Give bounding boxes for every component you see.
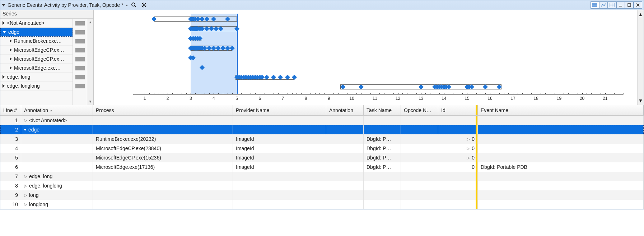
chevron-right-icon[interactable]: ▷ [467,156,470,160]
chart-area[interactable]: 123456789101112131415161718192021 ▲ ▼ [94,10,644,105]
table-cell [478,153,644,162]
table-row[interactable]: 7▷edge, long [0,172,644,181]
chevron-right-icon[interactable]: ▷ [24,184,27,188]
chevron-down-icon[interactable]: ▾ [24,128,26,132]
view-table-button[interactable] [608,1,616,9]
chevron-right-icon[interactable] [3,75,5,79]
series-swatch[interactable] [73,82,87,91]
series-swatch[interactable] [73,55,87,64]
view-both-button[interactable] [591,1,599,9]
search-icon [131,2,137,8]
column-process[interactable]: Process [93,105,233,115]
axis-tick-label: 3 [190,96,192,101]
table-row[interactable]: 9▷long [0,190,644,200]
series-swatch[interactable] [73,37,87,46]
table-cell: MicrosoftEdgeCP.exe (23840) [93,144,233,153]
table-cell: ImageId [233,162,326,172]
table-cell [21,153,93,162]
chevron-down-icon[interactable] [3,31,6,33]
search-button[interactable] [130,1,138,9]
chevron-right-icon[interactable]: ▷ [24,174,27,179]
chevron-right-icon[interactable] [3,84,5,88]
column-opcode[interactable]: Opcode N… [401,105,438,115]
series-item[interactable]: edge, long [0,73,73,82]
series-item[interactable]: MicrosoftEdgeCP.ex… [0,55,73,64]
scroll-up-icon[interactable]: ▲ [89,20,92,24]
series-swatch[interactable] [73,19,87,28]
chevron-right-icon[interactable] [10,66,12,70]
table-cell: ImageId [233,134,326,144]
scroll-down-icon[interactable]: ▼ [89,100,92,103]
column-annotation2[interactable]: Annotation [326,105,364,115]
chevron-right-icon[interactable] [10,57,12,61]
series-swatch[interactable] [73,46,87,55]
preset-dropdown-icon[interactable]: ▾ [126,3,128,7]
series-swatch[interactable] [73,73,87,82]
table-cell [401,125,438,134]
maximize-button[interactable] [625,1,634,9]
svg-rect-11 [592,3,597,5]
chevron-right-icon[interactable] [3,21,5,25]
series-item-label: MicrosoftEdge.exe… [14,65,61,71]
axis-tick-label: 16 [487,96,492,101]
collapse-icon[interactable] [2,4,5,6]
close-button[interactable] [634,1,642,9]
table-cell: 3 [0,134,21,144]
chevron-right-icon[interactable] [10,48,12,52]
table-row[interactable]: 5MicrosoftEdgeCP.exe (15236)ImageIdDbgId… [0,153,644,162]
view-graph-button[interactable] [599,1,608,9]
axis-tick-label: 11 [373,96,377,101]
table-cell [401,162,438,172]
table-row[interactable]: 10▷longlong [0,200,644,209]
column-event[interactable]: Event Name [478,105,644,115]
column-task-label: Task Name [367,107,392,113]
chevron-right-icon[interactable]: ▷ [24,202,27,207]
series-swatch[interactable] [73,64,87,73]
series-item[interactable]: edge [0,28,73,37]
svg-line-10 [142,6,143,7]
column-annotation[interactable]: Annotation▲ [21,105,93,115]
view-title: Generic Events [8,2,42,8]
axis-tick-label: 15 [465,96,469,101]
table-row[interactable]: 3RuntimeBroker.exe (20232)ImageIdDbgId: … [0,134,644,144]
settings-button[interactable] [140,1,148,9]
column-task[interactable]: Task Name [364,105,401,115]
table-row[interactable]: 1▷<Not Annotated> [0,116,644,125]
table-row[interactable]: 8▷edge, longlong [0,181,644,190]
chevron-right-icon[interactable]: ▷ [467,137,470,142]
time-axis: 123456789101112131415161718192021 [133,94,623,103]
id-value: 0 [472,164,475,170]
series-item[interactable]: <Not Annotated> [0,19,73,28]
series-item[interactable]: MicrosoftEdge.exe… [0,64,73,73]
table-cell [438,125,478,134]
chevron-right-icon[interactable]: ▷ [467,146,470,151]
chevron-right-icon[interactable] [10,39,12,43]
series-swatch[interactable] [73,28,87,37]
table-cell [326,153,364,162]
table-cell [93,181,233,190]
series-item[interactable]: RuntimeBroker.exe… [0,37,73,46]
scroll-down-icon[interactable]: ▼ [638,98,643,103]
chart-lane [133,73,623,81]
table-row[interactable]: 6MicrosoftEdge.exe (17136)ImageIdDbgId: … [0,162,644,172]
scroll-up-icon[interactable]: ▲ [638,11,643,17]
axis-tick-label: 10 [350,96,354,101]
chevron-right-icon[interactable]: ▷ [24,118,27,123]
minimize-button[interactable] [616,1,625,9]
table-row[interactable]: 2▾edge [0,125,644,134]
column-line[interactable]: Line # [0,105,21,115]
series-scrollbar[interactable]: ▲ ▼ [87,19,93,105]
column-provider[interactable]: Provider Name [233,105,326,115]
table-row[interactable]: 4MicrosoftEdgeCP.exe (23840)ImageIdDbgId… [0,144,644,153]
event-marker[interactable] [200,65,205,70]
table-cell [364,125,401,134]
chart-scrollbar[interactable]: ▲ ▼ [637,10,644,105]
chevron-right-icon[interactable]: ▷ [24,193,27,198]
table-cell [438,181,478,190]
column-id[interactable]: Id [438,105,478,115]
axis-tick-label: 12 [396,96,400,101]
series-swatch-column [73,19,87,105]
series-item[interactable]: MicrosoftEdgeCP.ex… [0,46,73,55]
series-item[interactable]: edge, longlong [0,82,73,91]
axis-tick-label: 4 [213,96,215,101]
